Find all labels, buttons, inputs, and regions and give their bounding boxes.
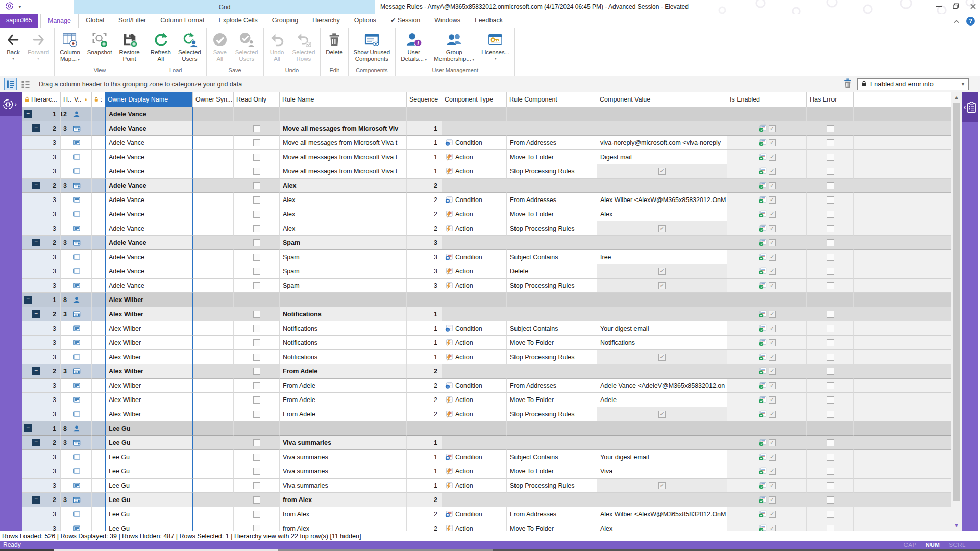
row-rule-component[interactable]: 3Adele VanceMove all messages from Micro… <box>22 164 951 179</box>
column-header-l1[interactable] <box>82 92 92 107</box>
checkbox[interactable] <box>827 139 834 146</box>
collapse-toggle[interactable]: − <box>32 124 40 132</box>
checkbox[interactable]: ✓ <box>769 211 776 218</box>
tab-sort-filter[interactable]: Sort/Filter <box>111 14 153 28</box>
qat-customize-caret-icon[interactable]: ▼ <box>18 5 22 9</box>
minimize-button[interactable] <box>936 2 942 11</box>
checkbox[interactable] <box>827 325 834 332</box>
view-filter-dropdown[interactable]: Enabled and error info ▼ <box>857 78 969 90</box>
tab-session[interactable]: ✔ Session <box>383 14 427 28</box>
checkbox[interactable] <box>827 182 834 189</box>
checkbox[interactable] <box>827 268 834 275</box>
row-rule-component[interactable]: 3Adele VanceAlex2ActionStop Processing R… <box>22 221 951 236</box>
checkbox[interactable] <box>253 182 260 189</box>
checkbox[interactable] <box>827 254 834 261</box>
checkbox[interactable] <box>827 396 834 404</box>
checkbox[interactable]: ✓ <box>769 511 776 518</box>
button-selected-users[interactable]: Selected Users <box>232 30 262 63</box>
row-rule-component[interactable]: 3Alex WilberFrom Adele2ConditionFrom Add… <box>22 379 951 393</box>
checkbox[interactable] <box>827 239 834 246</box>
button-undo-all[interactable]: Undo All <box>265 30 289 63</box>
checkbox[interactable]: ✓ <box>769 154 776 161</box>
checkbox[interactable] <box>253 482 260 489</box>
row-rule-component[interactable]: 3Lee GuViva summaries1ConditionSubject C… <box>22 450 951 464</box>
checkbox[interactable]: ✓ <box>769 196 776 204</box>
tab-sapio365[interactable]: sapio365 <box>0 14 38 28</box>
column-header-component-value[interactable]: Component Value <box>597 92 727 107</box>
checkbox[interactable]: ✓ <box>769 239 776 246</box>
vertical-scrollbar[interactable]: ▲ ▼ <box>951 92 962 531</box>
checkbox[interactable] <box>253 154 260 161</box>
tab-feedback[interactable]: Feedback <box>468 14 510 28</box>
checkbox[interactable] <box>827 154 834 161</box>
checkbox[interactable] <box>827 468 834 475</box>
checkbox[interactable]: ✓ <box>769 311 776 318</box>
checkbox[interactable] <box>253 196 260 204</box>
row-rule-component[interactable]: 3Alex WilberFrom Adele2ActionMove To Fol… <box>22 393 951 407</box>
row-rule-component[interactable]: 3Adele VanceMove all messages from Micro… <box>22 136 951 150</box>
tab-column-format[interactable]: Column Format <box>153 14 211 28</box>
collapse-toggle[interactable]: − <box>32 310 40 318</box>
checkbox[interactable] <box>253 211 260 218</box>
row-rule-group[interactable]: −23Adele VanceAlex2✓ <box>22 179 951 193</box>
checkbox[interactable]: ✓ <box>769 168 776 175</box>
collapse-toggle[interactable]: − <box>32 439 40 446</box>
checkbox[interactable] <box>253 468 260 475</box>
checkbox[interactable] <box>827 339 834 346</box>
checkbox[interactable] <box>827 382 834 389</box>
checkbox[interactable]: ✓ <box>769 182 776 189</box>
row-rule-component[interactable]: 3Adele VanceSpam3ConditionSubject Contai… <box>22 250 951 264</box>
checkbox[interactable]: ✓ <box>658 354 666 361</box>
column-header-rule-name[interactable]: Rule Name <box>280 92 407 107</box>
checkbox[interactable]: ✓ <box>769 454 776 461</box>
checkbox[interactable] <box>827 496 834 504</box>
checkbox[interactable] <box>253 339 260 346</box>
checkbox[interactable]: ✓ <box>769 282 776 289</box>
checkbox[interactable]: ✓ <box>769 525 776 531</box>
row-rule-group[interactable]: −23Lee GuViva summaries1✓ <box>22 436 951 450</box>
row-owner-group[interactable]: −18Alex Wilber <box>22 293 951 307</box>
row-rule-component[interactable]: 3Alex WilberNotifications1ActionMove To … <box>22 336 951 350</box>
scroll-down-icon[interactable]: ▼ <box>951 520 962 531</box>
column-header-component-type[interactable]: Component Type <box>442 92 507 107</box>
right-panel-toggle[interactable]: ‹ <box>962 92 978 122</box>
checkbox[interactable] <box>827 454 834 461</box>
checkbox[interactable]: ✓ <box>769 354 776 361</box>
checkbox[interactable]: ✓ <box>769 268 776 275</box>
scroll-up-icon[interactable]: ▲ <box>951 92 962 103</box>
row-owner-group[interactable]: −18Lee Gu <box>22 421 951 436</box>
button-show-unused-components[interactable]: Show Unused Components <box>350 30 394 63</box>
collapse-toggle[interactable]: − <box>24 424 32 432</box>
button-group-membership[interactable]: Group Membership... ▾ <box>430 30 478 64</box>
scrollbar-thumb[interactable] <box>953 103 960 501</box>
checkbox[interactable] <box>253 396 260 404</box>
column-header-v[interactable]: V.. <box>71 92 82 107</box>
row-rule-group[interactable]: −23Lee Gufrom Alex2✓ <box>22 493 951 507</box>
checkbox[interactable] <box>253 496 260 504</box>
checkbox[interactable]: ✓ <box>769 368 776 375</box>
checkbox[interactable] <box>253 354 260 361</box>
tab-hierarchy[interactable]: Hierarchy <box>305 14 347 28</box>
button-licenses[interactable]: Licenses...▾ <box>478 30 513 62</box>
checkbox[interactable]: ✓ <box>769 225 776 232</box>
button-save-all[interactable]: Save All <box>208 30 232 63</box>
checkbox[interactable] <box>827 525 834 531</box>
checkbox[interactable] <box>253 311 260 318</box>
checkbox[interactable]: ✓ <box>658 225 666 232</box>
row-rule-component[interactable]: 3Adele VanceSpam3ActionStop Processing R… <box>22 279 951 293</box>
checkbox[interactable]: ✓ <box>769 254 776 261</box>
checkbox[interactable] <box>827 196 834 204</box>
help-icon[interactable]: ? <box>966 17 975 26</box>
column-header-owner-syn[interactable]: Owner Syn... <box>193 92 234 107</box>
row-rule-component[interactable]: 3Lee GuViva summaries1ActionStop Process… <box>22 479 951 493</box>
checkbox[interactable] <box>253 225 260 232</box>
button-user-details[interactable]: iUser Details... ▾ <box>397 30 430 64</box>
clear-grouping-trash-icon[interactable] <box>843 78 852 90</box>
tab-windows[interactable]: Windows <box>427 14 468 28</box>
checkbox[interactable] <box>253 139 260 146</box>
collapse-toggle[interactable]: − <box>24 296 32 304</box>
checkbox[interactable]: ✓ <box>769 125 776 132</box>
column-header-filler[interactable] <box>854 92 951 107</box>
tab-global[interactable]: Global <box>79 14 111 28</box>
left-panel-toggle[interactable]: › <box>0 92 22 116</box>
